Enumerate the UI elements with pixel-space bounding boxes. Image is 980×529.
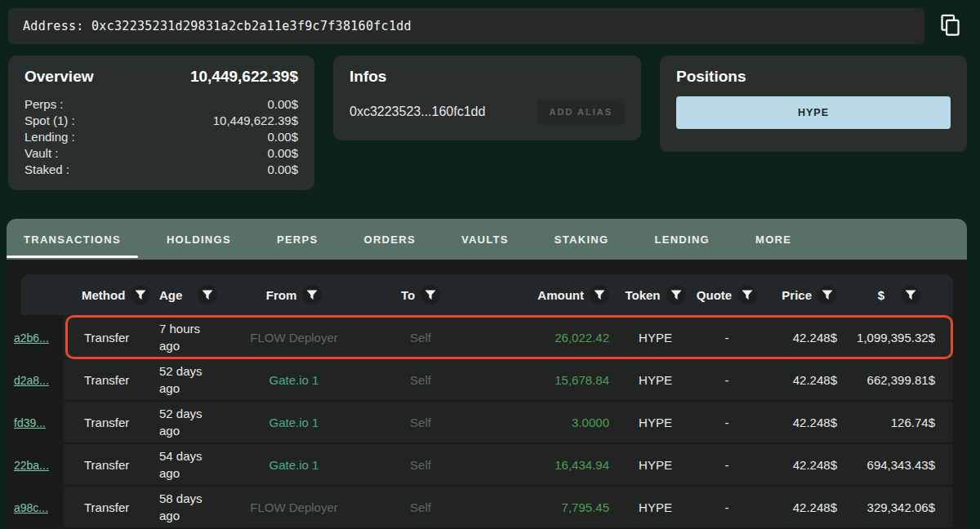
cell-quote: - [698,458,755,472]
cell-age: 52 days ago [151,405,229,439]
column-header-token[interactable]: Token [612,285,698,305]
column-header-amount[interactable]: Amount [482,285,612,305]
cell-usd: 1,099,395.32$ [845,331,953,345]
tab-label: TRANSACTIONS [24,233,121,246]
cell-method: Transfer [64,416,151,429]
cell-age: 7 hours ago [151,320,229,354]
cell-method: Transfer [64,500,151,514]
positions-list: HYPE [676,96,951,129]
tab-orders[interactable]: ORDERS [346,219,432,260]
age-text: 52 days ago [159,362,212,397]
overview-row: Vault : 0.00$ [24,145,298,162]
cell-to: Self [359,458,482,472]
overview-row-value: 0.00$ [267,96,298,113]
tab-label: LENDING [654,233,710,246]
table-row[interactable]: fd39... Transfer 52 days ago Gate.io 1 S… [7,400,953,442]
filter-funnel-icon[interactable] [302,285,322,305]
tx-hash-link[interactable]: a98c... [14,501,48,514]
column-label: Price [782,288,812,302]
age-text: 58 days ago [159,490,212,524]
tx-hash-link[interactable]: a2b6... [14,331,49,345]
column-label: To [401,288,415,302]
cell-usd: 126.74$ [845,416,953,429]
filter-funnel-icon[interactable] [198,285,217,305]
column-header-from[interactable]: From [229,285,359,305]
cell-from[interactable]: FLOW Deployer [229,500,359,514]
positions-card: Positions HYPE [660,56,967,152]
overview-row-label: Perps : [24,96,64,113]
overview-title: Overview [24,68,94,86]
cell-price: 42.248$ [755,331,845,345]
cell-token: HYPE [612,416,698,429]
cell-method: Transfer [64,458,151,472]
address-text: Address: 0xc32235231d29831a2cb2a11e3f9c7… [23,19,412,33]
cell-usd: 662,399.81$ [845,373,953,387]
cell-method: Transfer [64,331,151,345]
tab-perps[interactable]: PERPS [260,219,336,260]
filter-funnel-icon[interactable] [737,285,757,305]
cell-from[interactable]: Gate.io 1 [229,458,359,472]
tx-hash-link[interactable]: d2a8... [14,374,49,387]
cell-from[interactable]: Gate.io 1 [229,373,359,387]
column-header-quote[interactable]: Quote [698,285,755,305]
filter-funnel-icon[interactable] [131,285,150,305]
tab-lending[interactable]: LENDING [637,219,727,260]
address-row: Address: 0xc32235231d29831a2cb2a11e3f9c7… [8,8,973,44]
column-label: $ [878,288,884,302]
column-header-usd[interactable]: $ [845,285,953,305]
cell-from[interactable]: Gate.io 1 [229,416,359,429]
filter-funnel-icon[interactable] [817,285,837,305]
tab-staking[interactable]: STAKING [537,219,626,260]
table-row[interactable]: d2a8... Transfer 52 days ago Gate.io 1 S… [7,358,953,400]
position-hype-button[interactable]: HYPE [676,96,951,129]
tab-transactions[interactable]: TRANSACTIONS [7,219,138,260]
cell-quote: - [698,373,755,387]
cell-to: Self [359,500,482,514]
add-alias-button[interactable]: ADD ALIAS [537,99,625,125]
column-header-method[interactable]: Method [64,285,151,305]
table-row[interactable]: a2b6... Transfer 7 hours ago FLOW Deploy… [7,315,953,358]
cell-quote: - [698,331,755,345]
overview-row-value: 0.00$ [267,145,298,162]
tab-vaults[interactable]: VAULTS [444,219,526,260]
cell-amount: 16,434.94 [482,458,612,472]
filter-funnel-icon[interactable] [590,285,609,305]
cell-from[interactable]: FLOW Deployer [229,331,359,345]
tab-more[interactable]: MORE [738,219,808,260]
column-label: Method [82,288,125,302]
cell-token: HYPE [612,458,698,472]
overview-row: Staked : 0.00$ [24,162,298,178]
summary-cards: Overview 10,449,622.39$ Perps : 0.00$ Sp… [8,56,973,190]
cell-age: 54 days ago [151,447,229,482]
column-header-age[interactable]: Age [151,285,229,305]
table-body: a2b6... Transfer 7 hours ago FLOW Deploy… [7,315,953,527]
table-row[interactable]: 22ba... Transfer 54 days ago Gate.io 1 S… [7,442,953,485]
cell-token: HYPE [612,500,698,514]
tx-hash-link[interactable]: 22ba... [14,459,49,472]
column-header-to[interactable]: To [359,285,482,305]
tx-hash-link[interactable]: fd39... [14,416,46,429]
table-row[interactable]: a98c... Transfer 58 days ago FLOW Deploy… [7,485,953,527]
overview-row-label: Vault : [24,145,58,162]
overview-row: Lending : 0.00$ [24,129,298,145]
transactions-section: Method Age From To Amount [7,260,967,529]
cell-usd: 329,342.06$ [845,500,953,514]
positions-title: Positions [676,68,951,86]
cell-usd: 694,343.43$ [845,458,953,472]
overview-row-label: Spot (1) : [24,113,75,129]
cell-hash: 22ba... [7,458,64,472]
infos-card: Infos 0xc3223523...160fc1dd ADD ALIAS [333,56,641,140]
copy-address-button[interactable] [936,12,964,40]
tab-label: STAKING [555,233,609,246]
tab-holdings[interactable]: HOLDINGS [149,219,248,260]
cell-amount: 7,795.45 [482,500,612,514]
filter-funnel-icon[interactable] [421,285,440,305]
table-header-row: Method Age From To Amount [21,274,953,315]
cell-price: 42.248$ [755,500,845,514]
filter-funnel-icon[interactable] [666,285,686,305]
cell-price: 42.248$ [755,373,845,387]
age-text: 52 days ago [159,405,212,439]
filter-funnel-icon[interactable] [901,285,920,305]
column-header-price[interactable]: Price [755,285,845,305]
cell-price: 42.248$ [755,416,845,429]
